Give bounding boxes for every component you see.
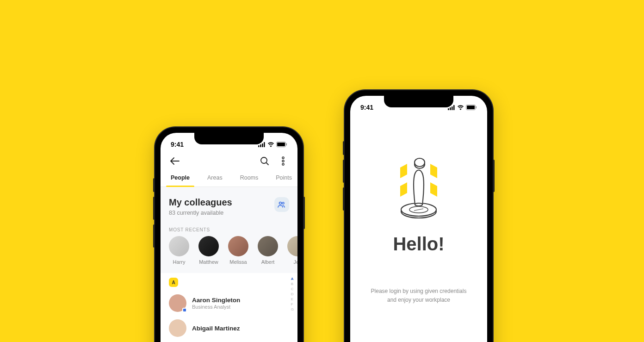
battery-icon [276,142,287,147]
contact-row[interactable]: Abigail Martinez [169,316,289,341]
avatar [228,236,248,256]
avatar [258,236,278,256]
status-time: 9:41 [171,141,184,148]
contact-row[interactable]: Aaron Singleton Business Analyst [169,291,289,316]
recents-label: MOST RECENTS [161,219,297,236]
people-view-button[interactable] [274,197,289,212]
svg-rect-19 [476,106,477,109]
avatar [169,319,186,337]
page-title: My colleagues [169,197,232,208]
wifi-icon [267,142,274,147]
recents-row: Harry Matthew Melissa Albert Jes [161,236,297,265]
search-button[interactable] [259,155,271,167]
svg-rect-2 [262,143,263,147]
svg-rect-6 [286,143,287,146]
back-button[interactable] [169,155,181,167]
recent-item[interactable]: Melissa [228,236,248,265]
avatar [169,236,189,256]
phone-mockup-right: 9:41 [345,90,493,342]
svg-point-9 [282,160,284,162]
contact-role: Business Analyst [192,304,240,310]
tabs: People Areas Rooms Points [161,170,297,187]
recent-item[interactable]: Harry [169,236,189,265]
battery-icon [466,105,477,110]
svg-rect-0 [258,145,260,147]
availability-label: 83 currently available [169,210,232,216]
welcome-screen: Hello! Please login by using given crede… [350,114,487,305]
svg-point-23 [415,203,422,206]
status-time: 9:41 [360,104,373,111]
welcome-illustration [386,142,451,225]
top-bar [161,151,297,170]
recent-item[interactable]: Albert [258,236,278,265]
svg-point-8 [282,157,284,159]
svg-point-25 [415,158,425,167]
recent-item[interactable]: Jes [287,236,297,265]
svg-rect-3 [264,142,265,147]
svg-point-12 [282,202,284,204]
content-area: My colleagues 83 currently available MOS… [161,187,297,341]
welcome-subtitle: Please login by using given credentials … [357,287,481,305]
avatar [169,294,186,312]
contacts-section: A Aaron Singleton Business Analyst Abiga… [161,273,297,341]
svg-rect-5 [277,143,285,146]
svg-rect-18 [467,106,475,109]
svg-point-10 [282,163,284,165]
contact-name: Aaron Singleton [192,297,240,304]
more-button[interactable] [277,155,289,167]
svg-rect-15 [452,106,453,110]
section-letter: A [169,278,178,287]
svg-point-11 [279,202,282,205]
phone-mockup-left: 9:41 People Areas Rooms [155,127,303,342]
svg-rect-16 [453,105,455,110]
phone-notch [194,133,264,144]
alpha-index[interactable]: A B C D E F G [291,277,294,311]
svg-rect-14 [450,107,451,110]
tab-people[interactable]: People [169,170,192,187]
recent-item[interactable]: Matthew [198,236,219,265]
welcome-title: Hello! [393,234,444,255]
svg-point-7 [261,157,267,163]
avatar [287,236,297,256]
tab-areas[interactable]: Areas [205,170,224,187]
phone-notch [384,96,453,107]
contact-name: Abigail Martinez [192,325,240,332]
wifi-icon [457,105,464,110]
svg-rect-1 [260,144,261,147]
status-dot [182,308,187,312]
avatar [198,236,219,256]
tab-rooms[interactable]: Rooms [238,170,260,187]
svg-rect-13 [448,108,449,110]
tab-points[interactable]: Points [274,170,294,187]
